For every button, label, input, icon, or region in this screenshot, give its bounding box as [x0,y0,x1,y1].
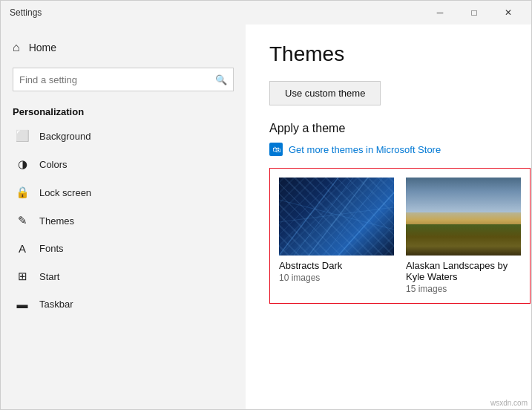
themes-grid: Abstracts Dark 10 images Alaskan Landsca… [269,168,531,304]
theme-card-alaskan[interactable]: Alaskan Landscapes by Kyle Waters 15 ima… [406,178,521,294]
search-box: 🔍 [13,68,234,91]
settings-window: Settings ─ □ ✕ ⌂ Home 🔍 Personalization … [0,0,532,410]
nav-item-label: Background [39,131,91,142]
sidebar-item-themes[interactable]: ✎ Themes [1,206,246,235]
lock-icon: 🔒 [16,186,29,199]
sidebar-item-taskbar[interactable]: ▬ Taskbar [1,290,246,318]
sidebar-item-fonts[interactable]: A Fonts [1,235,246,262]
taskbar-icon: ▬ [16,298,29,310]
nav-item-label: Fonts [39,243,64,254]
apply-theme-label: Apply a theme [269,122,508,135]
nav-item-label: Colors [39,159,68,170]
search-icon: 🔍 [215,74,227,85]
theme-count-alaska: 15 images [406,284,521,294]
window-controls: ─ □ ✕ [423,1,525,25]
theme-thumbnail-alaska [406,178,521,256]
theme-card-abstracts-dark[interactable]: Abstracts Dark 10 images [279,178,394,294]
sidebar-item-start[interactable]: ⊞ Start [1,262,246,290]
store-icon: 🛍 [269,143,283,156]
search-input[interactable] [19,74,215,85]
page-title: Themes [269,42,508,66]
microsoft-store-link[interactable]: 🛍 Get more themes in Microsoft Store [269,143,508,156]
title-bar: Settings ─ □ ✕ [1,1,531,25]
main-content: Themes Use custom theme Apply a theme 🛍 … [246,25,531,409]
store-link-text: Get more themes in Microsoft Store [289,144,441,155]
window-title: Settings [10,7,42,18]
fonts-icon: A [16,242,29,255]
start-icon: ⊞ [16,270,29,283]
close-button[interactable]: ✕ [491,1,525,25]
nav-item-label: Start [39,271,59,282]
sidebar-item-home[interactable]: ⌂ Home [1,33,246,62]
theme-name-alaska: Alaskan Landscapes by Kyle Waters [406,260,521,282]
nav-item-label: Lock screen [39,187,91,198]
window-body: ⌂ Home 🔍 Personalization ⬜ Background ◑ … [1,25,531,409]
sidebar-item-lock-screen[interactable]: 🔒 Lock screen [1,178,246,206]
maximize-button[interactable]: □ [457,1,491,25]
use-custom-theme-button[interactable]: Use custom theme [269,81,381,105]
home-icon: ⌂ [13,41,20,54]
sidebar-home-label: Home [29,42,56,53]
alaskan-preview [406,178,521,256]
sidebar-item-background[interactable]: ⬜ Background [1,122,246,150]
minimize-button[interactable]: ─ [423,1,457,25]
themes-icon: ✎ [16,214,29,227]
theme-name-abstracts: Abstracts Dark [279,260,394,271]
sidebar: ⌂ Home 🔍 Personalization ⬜ Background ◑ … [1,25,246,409]
background-icon: ⬜ [16,129,29,143]
abstracts-dark-preview [279,178,394,256]
sidebar-item-colors[interactable]: ◑ Colors [1,150,246,178]
nav-item-label: Themes [39,215,74,227]
section-label: Personalization [1,97,246,122]
watermark: wsxdn.com [490,399,528,407]
colors-icon: ◑ [16,157,29,171]
theme-thumbnail-abstracts [279,178,394,256]
theme-count-abstracts: 10 images [279,273,394,283]
nav-item-label: Taskbar [39,299,73,310]
